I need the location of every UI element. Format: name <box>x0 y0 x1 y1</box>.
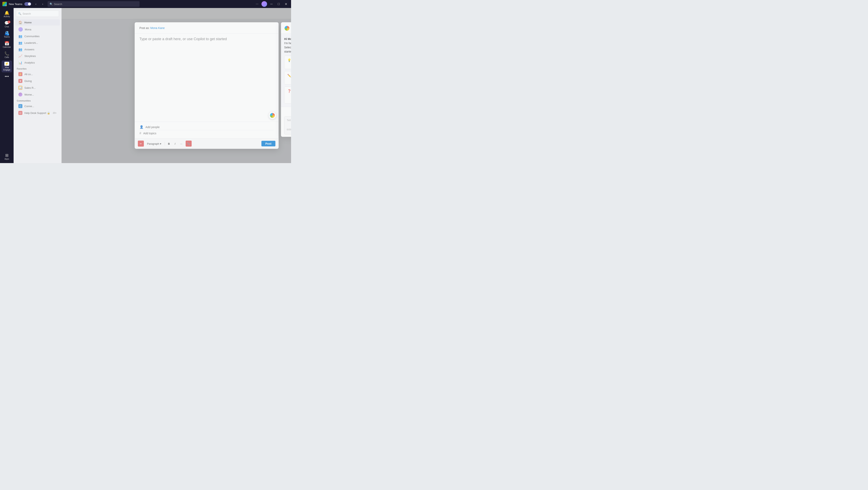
copilot-float-button[interactable] <box>269 112 276 119</box>
bold-button[interactable]: B <box>166 140 171 147</box>
communities-section-header: Communities <box>13 98 61 103</box>
analytics-icon: 📊 <box>19 61 22 65</box>
sidebar-item-sales[interactable]: 📊 Sales R... <box>15 85 60 91</box>
home-icon: 🏠 <box>19 21 22 24</box>
paragraph-dropdown[interactable]: Paragraph ▾ <box>146 140 163 147</box>
add-topics-icon: # <box>140 131 141 135</box>
apps-label: Apps <box>5 158 9 160</box>
more-format-label: ··· <box>180 142 182 145</box>
inspire-suggestion-card[interactable]: 💡 Inspire Give me ideas for a post about… <box>284 56 291 69</box>
italic-button[interactable]: I <box>173 140 177 147</box>
user-avatar[interactable] <box>261 1 267 7</box>
attachment-icon-button[interactable]: 📎 <box>186 141 191 147</box>
modal-overlay: Post as: Mona Kane 👤 Add people <box>62 8 291 163</box>
new-teams-toggle[interactable] <box>24 2 31 6</box>
post-button[interactable]: Post <box>261 141 275 146</box>
calls-icon: 📞 <box>4 52 9 56</box>
sidebar-item-teams[interactable]: 🫂 Teams <box>2 30 12 39</box>
add-topics-row[interactable]: # Add topics <box>140 130 274 136</box>
copilot-footer: ✦ More ideas 0/2000 ➤ <box>281 107 291 137</box>
more-icon: ••• <box>5 74 9 78</box>
ask-icon: ❓ <box>287 89 291 93</box>
settings-icon[interactable]: ··· <box>254 1 260 7</box>
sidebar-item-mona[interactable]: Mona <box>15 26 60 33</box>
sidebar-item-women[interactable]: Wome... <box>15 91 60 98</box>
sidebar-item-connect[interactable]: C Conne... <box>15 103 60 109</box>
sidebar-item-giving[interactable]: ♥ Giving <box>15 78 60 84</box>
sidebar-item-helpdesk[interactable]: H Help Desk Support 🔒 20+ <box>15 110 60 116</box>
sidebar-item-all-company[interactable]: ⚡ All co... <box>15 71 60 77</box>
draft-icon: ✏️ <box>287 74 291 77</box>
copilot-input-footer: 0/2000 ➤ <box>287 127 291 132</box>
post-content-input[interactable] <box>140 34 274 118</box>
inspire-description: Give me ideas for a post about… <box>287 63 291 67</box>
activity-icon: 🔔 <box>4 11 9 15</box>
sidebar-item-calls[interactable]: 📞 Calls <box>2 51 12 60</box>
search-placeholder: Search <box>54 3 62 6</box>
sales-label: Sales R... <box>24 86 36 89</box>
sidebar-item-home[interactable]: 🏠 Home <box>15 20 60 26</box>
helpdesk-count: 20+ <box>53 112 57 114</box>
giving-label: Giving <box>24 79 32 83</box>
minimize-button[interactable]: ─ <box>269 1 274 7</box>
toolbar-divider <box>164 142 165 146</box>
activity-label: Activity <box>4 15 10 18</box>
ask-card-header: ❓ Ask <box>287 89 291 93</box>
answers-label: Answers <box>24 48 34 51</box>
copilot-body: Hi Mona Kane, I'm here to help you write… <box>281 34 291 107</box>
post-as-label: Post as: <box>140 26 150 30</box>
search-bar[interactable]: 🔍 Search <box>48 1 140 7</box>
sidebar-item-more[interactable]: ••• <box>2 73 12 79</box>
inspire-card-header: 💡 Inspire <box>287 58 291 62</box>
all-company-icon: ⚡ <box>19 72 22 76</box>
women-label: Wome... <box>24 93 34 96</box>
communities-icon: 👥 <box>19 34 22 38</box>
mona-avatar <box>19 27 23 32</box>
post-as-line: Post as: Mona Kane <box>140 26 274 30</box>
sidebar-item-chat[interactable]: 💬 Chat 1 <box>2 20 12 29</box>
bold-label: B <box>168 142 170 145</box>
teams-icon: 🫂 <box>4 31 9 35</box>
ask-suggestion-card[interactable]: ❓ Ask Can you tell me how to write an en… <box>284 87 291 103</box>
modal-container: Post as: Mona Kane 👤 Add people <box>135 22 291 149</box>
sidebar-item-communities[interactable]: 👥 Communities <box>15 33 60 39</box>
sidebar-item-calendar[interactable]: 📅 Calendar <box>2 40 12 50</box>
women-avatar <box>19 93 22 97</box>
nav-back-button[interactable]: ‹ <box>33 1 39 7</box>
add-people-row[interactable]: 👤 Add people <box>140 124 274 130</box>
post-as-user-link[interactable]: Mona Kane <box>150 26 165 30</box>
sidebar-item-apps[interactable]: ⊞ Apps <box>2 152 12 161</box>
copilot-greeting-name: Hi Mona Kane, <box>284 37 291 40</box>
sidebar-item-leadership[interactable]: 👥 Leadershi... <box>15 40 60 46</box>
close-button[interactable]: ✕ <box>283 1 289 7</box>
sidebar-item-storylines[interactable]: 📈 Storylines <box>15 53 60 59</box>
draft-description: Help me write a post about.. <box>287 78 291 82</box>
nav-forward-button[interactable]: › <box>40 1 45 7</box>
copilot-float-icon <box>270 113 275 118</box>
maximize-button[interactable]: □ <box>276 1 281 7</box>
storylines-label: Storylines <box>24 55 36 58</box>
home-label: Home <box>24 21 32 24</box>
copilot-logo-icon <box>285 26 289 31</box>
sidebar-item-answers[interactable]: 👥 Answers <box>15 46 60 53</box>
draft-suggestion-card[interactable]: ✏️ Draft Help me write a post about.. <box>284 71 291 85</box>
draft-card-header: ✏️ Draft <box>287 74 291 77</box>
sidebar-item-activity[interactable]: 🔔 Activity <box>2 9 12 19</box>
more-format-button[interactable]: ··· <box>179 140 184 147</box>
giving-icon: ♥ <box>19 79 22 83</box>
sidebar-search-placeholder: Search <box>23 12 31 15</box>
paragraph-chevron-icon: ▾ <box>160 142 161 145</box>
connect-icon: C <box>19 104 22 108</box>
teams-label: Teams <box>4 36 9 38</box>
copilot-input[interactable] <box>287 119 291 125</box>
calendar-icon: 📅 <box>4 41 9 45</box>
inspire-icon: 💡 <box>287 58 291 62</box>
add-topics-label: Add topics <box>143 132 156 135</box>
format-icon-button[interactable]: ✏ <box>138 141 144 147</box>
sidebar-item-viva-engage[interactable]: ⚡ Viva Engage <box>2 61 12 72</box>
sidebar-item-analytics[interactable]: 📊 Analytics <box>15 60 60 66</box>
app-container: 🔔 Activity 💬 Chat 1 🫂 Teams 📅 Calendar 📞… <box>0 8 291 163</box>
sidebar-search[interactable]: 🔍 Search <box>16 10 59 17</box>
helpdesk-label: Help Desk Support 🔒 <box>24 111 50 115</box>
add-people-label: Add people <box>146 125 160 129</box>
